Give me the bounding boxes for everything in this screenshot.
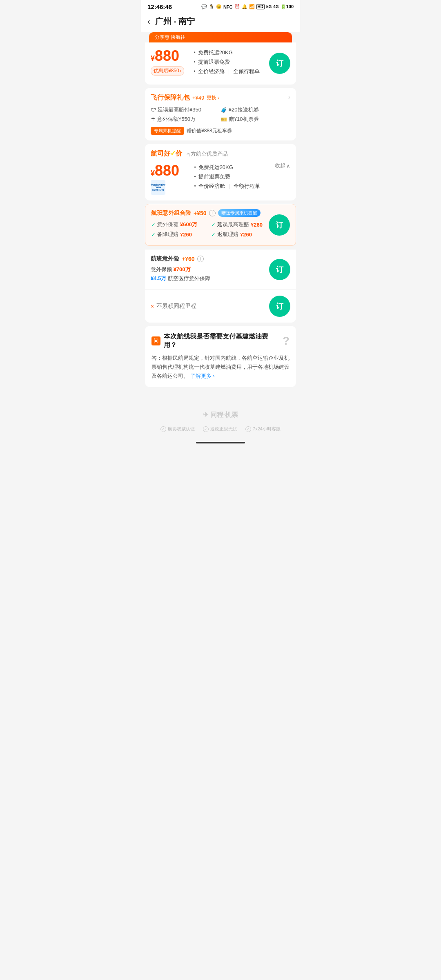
battery-icon: 🔋100 xyxy=(281,4,294,9)
check-icon-3: ✓ xyxy=(151,232,156,238)
airline-badge-text: 航司好✓价 xyxy=(151,149,182,158)
insurance-item-3: ☂ 意外保额¥550万 xyxy=(151,116,218,123)
insurance-banner-card: 飞行保障礼包 +¥49 更换 › 🛡 延误最高赔付¥350 🧳 ¥20接送机券 … xyxy=(145,88,296,140)
first-card: ¥880 优惠后¥850 › 免费托运20KG 提前退票免费 全价经济舱 ｜ 全… xyxy=(145,42,296,85)
accident-basic-inner: 航班意外险 +¥60 i 意外保额 ¥700万 ¥4.5万 航空医疗意外保障 订 xyxy=(151,255,290,284)
gift-badge: 赠送专属乘机提醒 xyxy=(218,209,261,217)
airline-sub: 南方航空优质产品 xyxy=(185,150,228,158)
insurance-title-text: 飞行保障礼包 xyxy=(151,94,190,102)
luggage-icon: 🧳 xyxy=(220,107,227,113)
faq-q-icon: 问 xyxy=(151,336,160,345)
price-left: ¥880 优惠后¥850 › xyxy=(151,47,184,76)
home-bar xyxy=(196,442,245,443)
accident-combo-card: 航班意外组合险 +¥50 i 赠送专属乘机提醒 ✓ 意外保额 ¥600万 ✓ 延… xyxy=(145,204,296,246)
change-btn[interactable]: 更换 › xyxy=(207,94,219,101)
cert-icon-1: ✓ xyxy=(160,426,166,432)
umbrella-icon: ☂ xyxy=(151,116,156,122)
status-time: 12:46:46 xyxy=(147,3,172,10)
cert-label-1: 航协权威认证 xyxy=(168,426,195,432)
accident-combo-content: 航班意外组合险 +¥50 i 赠送专属乘机提醒 ✓ 意外保额 ¥600万 ✓ 延… xyxy=(151,209,269,241)
coverage-3: ✓ 备降理赔 ¥260 xyxy=(151,231,209,238)
back-button[interactable]: ‹ xyxy=(147,17,150,26)
check-icon-2: ✓ xyxy=(211,222,216,228)
coverage-2: ✓ 延误最高理赔 ¥260 xyxy=(211,221,269,228)
coverage-1: ✓ 意外保额 ¥600万 xyxy=(151,221,209,228)
insurance-item-2: 🧳 ¥20接送机券 xyxy=(220,106,288,114)
accident-combo-title: 航班意外组合险 xyxy=(151,209,191,217)
decorative-question-mark: ? xyxy=(283,334,290,347)
price-right: 免费托运20KG 提前退票免费 全价经济舱 ｜ 全额行程单 xyxy=(194,47,259,79)
avatar-icon: 😊 xyxy=(216,4,222,9)
airline-features-col: 免费托运20KG 提前退票免费 全价经济舱 ｜ 全额行程单 xyxy=(194,162,260,192)
airline-currency: ¥ xyxy=(151,169,155,177)
bell-icon: 🔔 xyxy=(242,4,247,9)
insurance-item-4: 🎫 赠¥10机票券 xyxy=(220,116,288,123)
wechat-icon: 💬 xyxy=(201,4,207,9)
airline-price-row: ¥880 中国南方航空 CHINA SOUTHERN 免费托运20KG 提前退票… xyxy=(151,162,290,195)
status-icons: 💬 🐧 😊 NFC ⏰ 🔔 📶 HD 5G 4G 🔋100 xyxy=(201,4,294,9)
price-row: ¥880 优惠后¥850 › 免费托运20KG 提前退票免费 全价经济舱 ｜ 全… xyxy=(151,47,290,79)
chevron-right-icon[interactable]: › xyxy=(288,94,290,101)
book-button-miles[interactable]: 订 xyxy=(269,296,290,317)
miles-text: × 不累积同程里程 xyxy=(151,303,196,310)
check-icon-4: ✓ xyxy=(211,232,216,238)
accident-combo-amount: +¥50 xyxy=(194,210,207,216)
airline-label-row: 航司好✓价 南方航空优质产品 xyxy=(151,149,290,158)
book-button-accident-basic[interactable]: 订 xyxy=(269,259,290,280)
discount-text: 优惠后¥850 xyxy=(154,67,179,74)
ribbon-banner: 分享惠 快航往 xyxy=(149,32,292,42)
hd-icon: HD xyxy=(256,4,265,9)
faq-question-row: 问 本次航线我是否需要支付基建燃油费用？ ? xyxy=(151,332,290,350)
page-title: 广州 - 南宁 xyxy=(155,16,195,27)
airline-price: ¥880 xyxy=(151,162,179,179)
discount-badge[interactable]: 优惠后¥850 › xyxy=(151,66,184,76)
airline-logo-row: 中国南方航空 CHINA SOUTHERN xyxy=(151,180,179,195)
cert-icon-2: ✓ xyxy=(203,426,209,432)
logo-text: 同程·机票 xyxy=(210,411,238,418)
accident-basic-detail-1: 意外保额 ¥700万 xyxy=(151,266,269,273)
spacer xyxy=(141,390,300,403)
insurance-title-row: 飞行保障礼包 +¥49 更换 › xyxy=(151,94,288,102)
accident-basic-title: 航班意外险 xyxy=(151,255,179,263)
cert-1: ✓ 航协权威认证 xyxy=(160,426,195,432)
coverage-4: ✓ 返航理赔 ¥260 xyxy=(211,231,269,238)
footer-certs: ✓ 航协权威认证 ✓ 退改正规无忧 ✓ 7x24小时客服 xyxy=(141,423,300,439)
top-card-ribbon-wrapper: 分享惠 快航往 ¥880 优惠后¥850 › 免费托运20KG 提前退票免费 全… xyxy=(145,32,296,85)
faq-link[interactable]: 了解更多 › xyxy=(190,373,215,379)
cert-3: ✓ 7x24小时客服 xyxy=(245,426,281,432)
price-display: ¥880 xyxy=(151,47,184,65)
airline-price-left: ¥880 中国南方航空 CHINA SOUTHERN xyxy=(151,162,179,195)
logo-icon: ✈ xyxy=(203,411,208,418)
special-badge-row: 专属乘机提醒 赠价值¥888元租车券 xyxy=(151,127,288,135)
coverage-grid: ✓ 意外保额 ¥600万 ✓ 延误最高理赔 ¥260 ✓ 备降理赔 ¥260 ✓… xyxy=(151,221,269,238)
airline-price-val: 880 xyxy=(155,162,179,179)
status-bar: 12:46:46 💬 🐧 😊 NFC ⏰ 🔔 📶 HD 5G 4G 🔋100 xyxy=(141,0,300,12)
footer-logo: ✈ 同程·机票 xyxy=(141,403,300,423)
home-indicator xyxy=(141,439,300,447)
miles-label: 不累积同程里程 xyxy=(156,303,196,310)
collapse-button[interactable]: 收起 ∧ xyxy=(275,162,290,169)
airline-feature-3: 全价经济舱 ｜ 全额行程单 xyxy=(194,183,260,190)
features-list: 免费托运20KG 提前退票免费 全价经济舱 ｜ 全额行程单 xyxy=(194,49,259,77)
ribbon-text: 分享惠 快航往 xyxy=(155,34,185,40)
cert-label-2: 退改正规无忧 xyxy=(210,426,237,432)
page-header: ‹ 广州 - 南宁 xyxy=(141,12,300,32)
faq-card: 问 本次航线我是否需要支付基建燃油费用？ ? 答：根据民航局规定，针对国内航线，… xyxy=(145,326,296,387)
check-icon-1: ✓ xyxy=(151,222,156,228)
5g-icon: 5G xyxy=(266,4,272,9)
special-text: 赠价值¥888元租车券 xyxy=(187,127,232,134)
book-button-1[interactable]: 订 xyxy=(269,53,290,74)
accident-header: 航班意外组合险 +¥50 i 赠送专属乘机提醒 xyxy=(151,209,269,217)
ticket-icon: 🎫 xyxy=(220,116,227,122)
accident-info-icon[interactable]: i xyxy=(209,210,216,216)
airline-feature-2: 提前退票免费 xyxy=(194,173,260,180)
book-button-accident-combo[interactable]: 订 xyxy=(269,214,290,236)
shield-icon: 🛡 xyxy=(151,107,156,113)
alarm-icon: ⏰ xyxy=(234,4,240,9)
cert-2: ✓ 退改正规无忧 xyxy=(203,426,237,432)
nfc-icon: NFC xyxy=(223,4,233,9)
accident-basic-info-icon[interactable]: i xyxy=(197,256,204,262)
accident-basic-content: 航班意外险 +¥60 i 意外保额 ¥700万 ¥4.5万 航空医疗意外保障 xyxy=(151,255,269,284)
faq-question-text: 本次航线我是否需要支付基建燃油费用？ xyxy=(164,332,279,350)
airline-logo: 中国南方航空 CHINA SOUTHERN xyxy=(151,180,165,195)
